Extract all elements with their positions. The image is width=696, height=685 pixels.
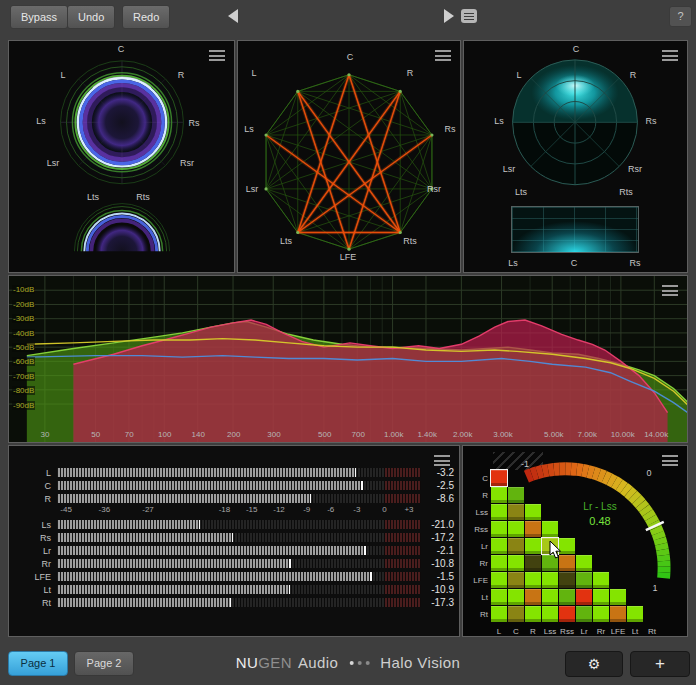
add-button[interactable]: + bbox=[630, 651, 690, 677]
matrix-cell[interactable] bbox=[576, 555, 592, 571]
matrix-cell[interactable] bbox=[593, 589, 609, 605]
log-icon[interactable] bbox=[461, 9, 477, 23]
gauge-zero-label: 0 bbox=[646, 468, 651, 478]
matrix-cell[interactable] bbox=[627, 606, 643, 622]
matrix-col-label: C bbox=[508, 627, 524, 636]
radar-axis-c: C bbox=[571, 258, 578, 268]
matrix-cell[interactable] bbox=[525, 538, 541, 554]
page1-tab[interactable]: Page 1 bbox=[8, 651, 68, 676]
matrix-cell[interactable] bbox=[508, 589, 524, 605]
meter-channel-label: L bbox=[9, 468, 51, 478]
panel-surround-scope: C L R Ls Rs Lsr Rsr Lts Rts bbox=[8, 40, 235, 273]
matrix-cell[interactable] bbox=[610, 606, 626, 622]
matrix-cell[interactable] bbox=[593, 606, 609, 622]
help-button[interactable]: ? bbox=[669, 6, 692, 27]
matrix-cell[interactable] bbox=[491, 589, 507, 605]
meter-row-Rr: Rr-10.8 bbox=[9, 559, 459, 569]
matrix-cell[interactable] bbox=[542, 572, 558, 588]
web-edge-line bbox=[266, 189, 298, 233]
channel-label-lts: Lts bbox=[87, 192, 99, 202]
web-label-rsr: Rsr bbox=[427, 184, 441, 194]
matrix-cell[interactable] bbox=[576, 606, 592, 622]
matrix-cell[interactable] bbox=[542, 589, 558, 605]
matrix-cell[interactable] bbox=[491, 555, 507, 571]
panel-spectrum-analyzer: -10dB-20dB-30dB-40dB-50dB-60dB-70dB-80dB… bbox=[8, 275, 688, 443]
meter-channel-label: Lt bbox=[9, 585, 51, 595]
matrix-col-label: Rss bbox=[559, 627, 575, 636]
matrix-cell[interactable] bbox=[491, 487, 507, 503]
meter-channel-label: LFE bbox=[9, 572, 51, 582]
web-edge-line bbox=[298, 233, 349, 250]
meter-row-Rs: Rs-17.2 bbox=[9, 533, 459, 543]
matrix-cell[interactable] bbox=[610, 589, 626, 605]
meter-row-C: C-2.5 bbox=[9, 481, 459, 491]
radar-axis-rs: Rs bbox=[630, 258, 641, 268]
matrix-row-label: Lss bbox=[465, 508, 488, 517]
matrix-cell[interactable] bbox=[559, 589, 575, 605]
matrix-cell[interactable] bbox=[525, 521, 541, 537]
meter-scale: -45-36-27-18-15-12-9-6-30+3 bbox=[9, 505, 459, 515]
matrix-cell[interactable] bbox=[508, 521, 524, 537]
matrix-cell[interactable] bbox=[491, 504, 507, 520]
panel-menu-icon[interactable] bbox=[662, 285, 678, 296]
meter-row-Ls: Ls-21.0 bbox=[9, 520, 459, 530]
redo-button[interactable]: Redo bbox=[122, 5, 170, 29]
channel-label-c: C bbox=[118, 44, 125, 54]
panel-position-radar: C L R Ls Rs Lsr Rsr Lts Rts Ls C Rs bbox=[463, 40, 688, 273]
radar-label-rts: Rts bbox=[619, 187, 633, 197]
matrix-cell[interactable] bbox=[491, 521, 507, 537]
undo-button[interactable]: Undo bbox=[67, 5, 115, 29]
channel-label-l: L bbox=[60, 70, 65, 80]
matrix-cell[interactable] bbox=[542, 521, 558, 537]
meter-channel-label: Rr bbox=[9, 559, 51, 569]
matrix-cell[interactable] bbox=[491, 470, 507, 486]
panel-menu-icon[interactable] bbox=[435, 50, 451, 61]
matrix-cell[interactable] bbox=[508, 504, 524, 520]
settings-button[interactable]: ⚙ bbox=[565, 651, 623, 677]
meter-scale-tick: -9 bbox=[303, 505, 310, 514]
meter-bar bbox=[57, 481, 421, 490]
bypass-button[interactable]: Bypass bbox=[10, 5, 68, 29]
web-edge-line bbox=[266, 91, 298, 135]
panel-menu-icon[interactable] bbox=[209, 50, 225, 61]
web-label-c: C bbox=[347, 52, 354, 62]
matrix-col-label: Rt bbox=[644, 627, 660, 636]
halo-vision-window: Bypass Undo Redo ? bbox=[0, 0, 696, 685]
matrix-cell[interactable] bbox=[508, 606, 524, 622]
gear-icon: ⚙ bbox=[588, 656, 601, 672]
matrix-cell[interactable] bbox=[542, 606, 558, 622]
page2-tab[interactable]: Page 2 bbox=[74, 651, 134, 676]
matrix-readout-value: 0.48 bbox=[562, 515, 638, 527]
matrix-cell[interactable] bbox=[525, 606, 541, 622]
matrix-cell[interactable] bbox=[559, 606, 575, 622]
matrix-cell[interactable] bbox=[525, 555, 541, 571]
web-edge-line bbox=[349, 233, 400, 250]
back-icon[interactable] bbox=[228, 9, 238, 23]
web-edge-line bbox=[298, 75, 349, 92]
meter-rows: L-3.2C-2.5R-8.6Ls-21.0Rs-17.2Lr-2.1Rr-10… bbox=[9, 446, 459, 636]
panel-menu-icon[interactable] bbox=[434, 455, 450, 466]
matrix-cell[interactable] bbox=[508, 555, 524, 571]
matrix-cell[interactable] bbox=[576, 572, 592, 588]
panel-menu-icon[interactable] bbox=[662, 50, 678, 61]
matrix-cell[interactable] bbox=[491, 572, 507, 588]
matrix-cell[interactable] bbox=[576, 589, 592, 605]
matrix-cell[interactable] bbox=[508, 487, 524, 503]
matrix-cell[interactable] bbox=[491, 538, 507, 554]
matrix-cell[interactable] bbox=[593, 572, 609, 588]
matrix-cell[interactable] bbox=[525, 504, 541, 520]
matrix-cell[interactable] bbox=[508, 572, 524, 588]
meter-bar bbox=[57, 546, 421, 555]
play-icon[interactable] bbox=[444, 9, 454, 23]
channel-label-rs: Rs bbox=[189, 118, 200, 128]
matrix-cell[interactable] bbox=[525, 572, 541, 588]
brand-logo: NUGEN Audio Halo Vision bbox=[236, 654, 461, 671]
matrix-cell[interactable] bbox=[525, 589, 541, 605]
matrix-cell[interactable] bbox=[491, 606, 507, 622]
matrix-col-label: L bbox=[491, 627, 507, 636]
matrix-cell[interactable] bbox=[508, 538, 524, 554]
radar-axis-ls: Ls bbox=[508, 258, 518, 268]
web-edge-line bbox=[400, 91, 432, 135]
matrix-cell[interactable] bbox=[559, 572, 575, 588]
panel-menu-icon[interactable] bbox=[662, 455, 678, 466]
